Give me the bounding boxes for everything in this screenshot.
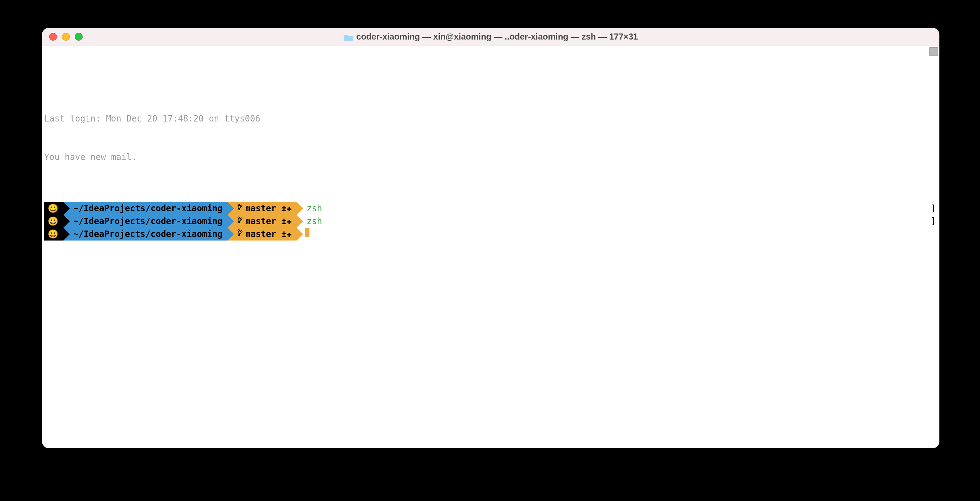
smile-emoji-icon: 😀 [48, 215, 59, 228]
right-bracket: ] [931, 202, 936, 215]
prompt-path-segment: ~/IdeaProjects/coder-xiaoming [64, 202, 228, 215]
close-icon[interactable] [49, 33, 57, 41]
window-title: coder-xiaoming — xin@xiaoming — ..oder-x… [344, 32, 638, 42]
prompt-row: 😀~/IdeaProjects/coder-xiaomingmaster ±✚ [44, 228, 939, 241]
svg-point-2 [240, 205, 242, 206]
prompt-path-segment: ~/IdeaProjects/coder-xiaoming [64, 215, 228, 228]
git-branch-text: master ±✚ [245, 202, 292, 215]
git-branch-icon [237, 215, 242, 228]
cwd-text: ~/IdeaProjects/coder-xiaoming [73, 215, 223, 228]
prompt-git-segment: master ±✚ [228, 215, 297, 228]
titlebar[interactable]: coder-xiaoming — xin@xiaoming — ..oder-x… [42, 28, 939, 46]
svg-point-0 [238, 204, 239, 206]
svg-point-7 [238, 234, 239, 236]
cwd-text: ~/IdeaProjects/coder-xiaoming [73, 202, 223, 215]
window-controls [49, 33, 83, 41]
minimize-icon[interactable] [62, 33, 70, 41]
last-login-line: Last login: Mon Dec 20 17:48:20 on ttys0… [44, 112, 939, 125]
svg-point-1 [238, 209, 239, 210]
svg-point-4 [238, 221, 239, 223]
git-branch-icon [237, 228, 242, 241]
folder-icon [344, 33, 353, 40]
terminal-window: coder-xiaoming — xin@xiaoming — ..oder-x… [42, 28, 939, 448]
mail-line: You have new mail. [44, 151, 939, 164]
cwd-text: ~/IdeaProjects/coder-xiaoming [73, 228, 223, 241]
svg-point-6 [238, 230, 239, 231]
smile-emoji-icon: 😀 [48, 228, 59, 241]
zoom-icon[interactable] [75, 33, 83, 41]
terminal-body[interactable]: Last login: Mon Dec 20 17:48:20 on ttys0… [42, 46, 939, 448]
git-branch-icon [237, 202, 242, 215]
prompt-git-segment: master ±✚ [228, 202, 297, 215]
prompt-path-segment: ~/IdeaProjects/coder-xiaoming [64, 228, 228, 241]
prompt-git-segment: master ±✚ [228, 228, 297, 241]
git-branch-text: master ±✚ [245, 215, 292, 228]
git-branch-text: master ±✚ [245, 228, 292, 241]
right-bracket: ] [931, 215, 936, 228]
smile-emoji-icon: 😀 [48, 202, 59, 215]
svg-point-3 [238, 217, 239, 219]
prompt-row: 😀~/IdeaProjects/coder-xiaomingmaster ±✚z… [44, 202, 939, 215]
prompt-emoji-segment: 😀 [44, 228, 64, 241]
prompt-row: 😀~/IdeaProjects/coder-xiaomingmaster ±✚z… [44, 215, 939, 228]
svg-point-8 [240, 231, 242, 232]
scrollbar-thumb[interactable] [929, 47, 938, 56]
cursor [305, 228, 309, 237]
prompt-emoji-segment: 😀 [44, 202, 64, 215]
svg-point-5 [240, 218, 242, 219]
window-title-text: coder-xiaoming — xin@xiaoming — ..oder-x… [356, 32, 638, 42]
prompt-emoji-segment: 😀 [44, 215, 64, 228]
